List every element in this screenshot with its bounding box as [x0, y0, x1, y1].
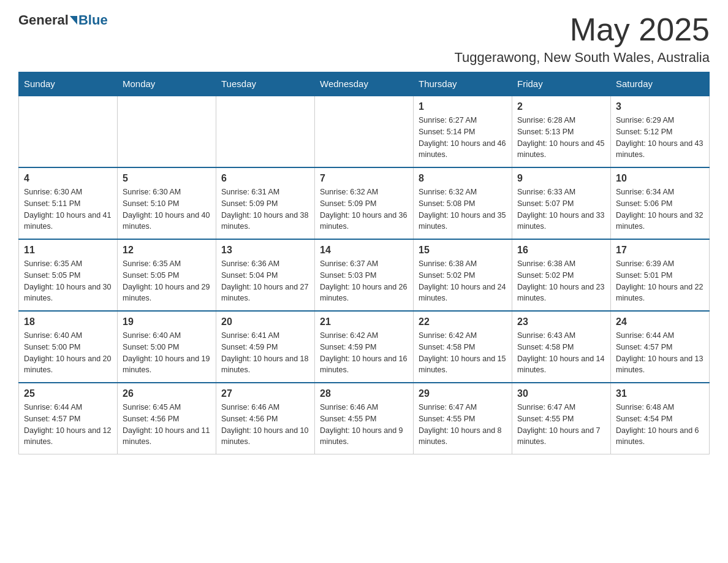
day-number-26: 26 [123, 388, 211, 399]
day-info-10: Sunrise: 6:34 AMSunset: 5:06 PMDaylight:… [616, 186, 704, 232]
day-number-29: 29 [419, 388, 507, 399]
calendar-cell-17: 17Sunrise: 6:39 AMSunset: 5:01 PMDayligh… [611, 239, 710, 311]
calendar-cell-18: 18Sunrise: 6:40 AMSunset: 5:00 PMDayligh… [19, 311, 118, 383]
logo-arrow-icon [70, 16, 77, 25]
day-info-18: Sunrise: 6:40 AMSunset: 5:00 PMDaylight:… [24, 330, 112, 376]
logo-general: General [18, 12, 69, 28]
day-number-12: 12 [123, 245, 211, 256]
calendar-cell-3: 3Sunrise: 6:29 AMSunset: 5:12 PMDaylight… [611, 96, 710, 167]
calendar-cell-6: 6Sunrise: 6:31 AMSunset: 5:09 PMDaylight… [216, 167, 315, 239]
day-number-8: 8 [419, 173, 507, 184]
calendar-cell-31: 31Sunrise: 6:48 AMSunset: 4:54 PMDayligh… [611, 383, 710, 454]
page-header: General Blue May 2025 Tuggerawong, New S… [18, 12, 710, 66]
day-info-24: Sunrise: 6:44 AMSunset: 4:57 PMDaylight:… [616, 330, 704, 376]
calendar-cell-28: 28Sunrise: 6:46 AMSunset: 4:55 PMDayligh… [315, 383, 414, 454]
day-number-13: 13 [221, 245, 309, 256]
calendar-cell-empty [315, 96, 414, 167]
title-section: May 2025 Tuggerawong, New South Wales, A… [454, 12, 710, 66]
day-info-27: Sunrise: 6:46 AMSunset: 4:56 PMDaylight:… [221, 402, 309, 448]
day-info-28: Sunrise: 6:46 AMSunset: 4:55 PMDaylight:… [320, 402, 408, 448]
day-number-17: 17 [616, 245, 704, 256]
calendar-cell-8: 8Sunrise: 6:32 AMSunset: 5:08 PMDaylight… [414, 167, 512, 239]
day-number-18: 18 [24, 316, 112, 327]
calendar-header-thursday: Thursday [414, 72, 512, 96]
calendar-cell-30: 30Sunrise: 6:47 AMSunset: 4:55 PMDayligh… [512, 383, 611, 454]
day-number-22: 22 [419, 316, 507, 327]
day-number-24: 24 [616, 316, 704, 327]
day-number-19: 19 [123, 316, 211, 327]
calendar-cell-27: 27Sunrise: 6:46 AMSunset: 4:56 PMDayligh… [216, 383, 315, 454]
calendar-cell-16: 16Sunrise: 6:38 AMSunset: 5:02 PMDayligh… [512, 239, 611, 311]
calendar-cell-11: 11Sunrise: 6:35 AMSunset: 5:05 PMDayligh… [19, 239, 118, 311]
calendar-header-monday: Monday [118, 72, 216, 96]
calendar-cell-5: 5Sunrise: 6:30 AMSunset: 5:10 PMDaylight… [118, 167, 216, 239]
calendar-cell-24: 24Sunrise: 6:44 AMSunset: 4:57 PMDayligh… [611, 311, 710, 383]
calendar-week-5: 25Sunrise: 6:44 AMSunset: 4:57 PMDayligh… [19, 383, 710, 454]
day-number-4: 4 [24, 173, 112, 184]
day-info-23: Sunrise: 6:43 AMSunset: 4:58 PMDaylight:… [517, 330, 605, 376]
logo-blue: Blue [78, 12, 108, 28]
calendar-week-2: 4Sunrise: 6:30 AMSunset: 5:11 PMDaylight… [19, 167, 710, 239]
day-info-29: Sunrise: 6:47 AMSunset: 4:55 PMDaylight:… [419, 402, 507, 448]
calendar-week-1: 1Sunrise: 6:27 AMSunset: 5:14 PMDaylight… [19, 96, 710, 167]
calendar-cell-15: 15Sunrise: 6:38 AMSunset: 5:02 PMDayligh… [414, 239, 512, 311]
day-number-31: 31 [616, 388, 704, 399]
day-info-31: Sunrise: 6:48 AMSunset: 4:54 PMDaylight:… [616, 402, 704, 448]
calendar-cell-20: 20Sunrise: 6:41 AMSunset: 4:59 PMDayligh… [216, 311, 315, 383]
day-number-10: 10 [616, 173, 704, 184]
day-info-11: Sunrise: 6:35 AMSunset: 5:05 PMDaylight:… [24, 258, 112, 304]
month-title: May 2025 [454, 12, 710, 47]
day-info-14: Sunrise: 6:37 AMSunset: 5:03 PMDaylight:… [320, 258, 408, 304]
day-info-26: Sunrise: 6:45 AMSunset: 4:56 PMDaylight:… [123, 402, 211, 448]
day-number-30: 30 [517, 388, 605, 399]
calendar-cell-empty [216, 96, 315, 167]
calendar-cell-13: 13Sunrise: 6:36 AMSunset: 5:04 PMDayligh… [216, 239, 315, 311]
day-number-6: 6 [221, 173, 309, 184]
calendar-cell-4: 4Sunrise: 6:30 AMSunset: 5:11 PMDaylight… [19, 167, 118, 239]
calendar-cell-12: 12Sunrise: 6:35 AMSunset: 5:05 PMDayligh… [118, 239, 216, 311]
calendar-cell-25: 25Sunrise: 6:44 AMSunset: 4:57 PMDayligh… [19, 383, 118, 454]
day-number-28: 28 [320, 388, 408, 399]
day-info-20: Sunrise: 6:41 AMSunset: 4:59 PMDaylight:… [221, 330, 309, 376]
day-number-1: 1 [419, 101, 507, 112]
day-info-4: Sunrise: 6:30 AMSunset: 5:11 PMDaylight:… [24, 186, 112, 232]
day-info-12: Sunrise: 6:35 AMSunset: 5:05 PMDaylight:… [123, 258, 211, 304]
day-info-17: Sunrise: 6:39 AMSunset: 5:01 PMDaylight:… [616, 258, 704, 304]
calendar-cell-29: 29Sunrise: 6:47 AMSunset: 4:55 PMDayligh… [414, 383, 512, 454]
calendar-header-tuesday: Tuesday [216, 72, 315, 96]
calendar-cell-26: 26Sunrise: 6:45 AMSunset: 4:56 PMDayligh… [118, 383, 216, 454]
calendar-cell-9: 9Sunrise: 6:33 AMSunset: 5:07 PMDaylight… [512, 167, 611, 239]
day-info-21: Sunrise: 6:42 AMSunset: 4:59 PMDaylight:… [320, 330, 408, 376]
day-number-5: 5 [123, 173, 211, 184]
day-number-7: 7 [320, 173, 408, 184]
calendar-table: SundayMondayTuesdayWednesdayThursdayFrid… [18, 72, 710, 454]
calendar-cell-1: 1Sunrise: 6:27 AMSunset: 5:14 PMDaylight… [414, 96, 512, 167]
calendar-header-sunday: Sunday [19, 72, 118, 96]
calendar-cell-empty [118, 96, 216, 167]
day-info-15: Sunrise: 6:38 AMSunset: 5:02 PMDaylight:… [419, 258, 507, 304]
calendar-cell-10: 10Sunrise: 6:34 AMSunset: 5:06 PMDayligh… [611, 167, 710, 239]
day-number-11: 11 [24, 245, 112, 256]
day-info-5: Sunrise: 6:30 AMSunset: 5:10 PMDaylight:… [123, 186, 211, 232]
calendar-cell-19: 19Sunrise: 6:40 AMSunset: 5:00 PMDayligh… [118, 311, 216, 383]
day-number-3: 3 [616, 101, 704, 112]
day-info-2: Sunrise: 6:28 AMSunset: 5:13 PMDaylight:… [517, 115, 605, 161]
day-info-19: Sunrise: 6:40 AMSunset: 5:00 PMDaylight:… [123, 330, 211, 376]
day-number-27: 27 [221, 388, 309, 399]
day-number-9: 9 [517, 173, 605, 184]
day-info-22: Sunrise: 6:42 AMSunset: 4:58 PMDaylight:… [419, 330, 507, 376]
location-title: Tuggerawong, New South Wales, Australia [454, 50, 710, 66]
logo: General Blue [18, 12, 108, 28]
calendar-cell-2: 2Sunrise: 6:28 AMSunset: 5:13 PMDaylight… [512, 96, 611, 167]
day-info-1: Sunrise: 6:27 AMSunset: 5:14 PMDaylight:… [419, 115, 507, 161]
calendar-header-wednesday: Wednesday [315, 72, 414, 96]
day-number-21: 21 [320, 316, 408, 327]
day-info-25: Sunrise: 6:44 AMSunset: 4:57 PMDaylight:… [24, 402, 112, 448]
day-number-14: 14 [320, 245, 408, 256]
calendar-header-row: SundayMondayTuesdayWednesdayThursdayFrid… [19, 72, 710, 96]
calendar-header-saturday: Saturday [611, 72, 710, 96]
calendar-cell-22: 22Sunrise: 6:42 AMSunset: 4:58 PMDayligh… [414, 311, 512, 383]
day-number-2: 2 [517, 101, 605, 112]
day-number-20: 20 [221, 316, 309, 327]
calendar-cell-21: 21Sunrise: 6:42 AMSunset: 4:59 PMDayligh… [315, 311, 414, 383]
